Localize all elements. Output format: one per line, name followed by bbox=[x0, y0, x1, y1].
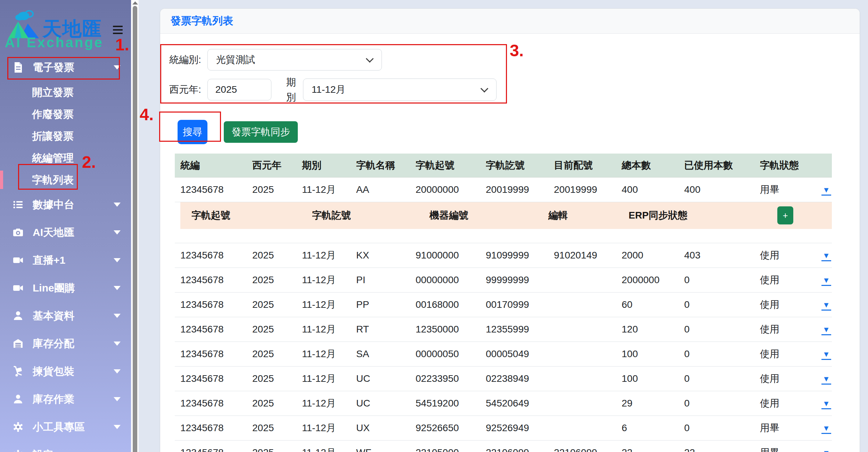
person-icon bbox=[13, 310, 25, 322]
add-machine-button[interactable]: + bbox=[777, 206, 793, 224]
chevron-down-icon bbox=[114, 286, 121, 290]
sidebar-item-void-invoice[interactable]: 作廢發票 bbox=[0, 103, 131, 125]
cell-expand: ▼ bbox=[815, 268, 832, 292]
expand-row-button[interactable]: ▼ bbox=[821, 301, 831, 311]
sidebar-scrollbar[interactable] bbox=[131, 0, 139, 452]
cell-uid: 12345678 bbox=[175, 440, 247, 452]
cell-period: 11-12月 bbox=[296, 177, 351, 202]
cell-uid: 12345678 bbox=[175, 292, 247, 317]
sidebar-item-basic-data[interactable]: 基本資料 bbox=[0, 302, 131, 330]
col-header-uid: 統編 bbox=[175, 154, 247, 178]
cell-total-books: 2000 bbox=[616, 243, 679, 268]
cell-used-books: 22 bbox=[679, 440, 754, 452]
cell-start-no: 02233950 bbox=[410, 366, 480, 391]
expand-row-button[interactable]: ▼ bbox=[821, 326, 831, 335]
cell-track-name: RT bbox=[351, 317, 410, 342]
cell-expand: ▼ bbox=[815, 177, 832, 202]
cell-total-books: 29 bbox=[616, 391, 679, 416]
tax-id-select[interactable]: 光貿測試 bbox=[207, 49, 382, 71]
video-camera-icon bbox=[13, 282, 25, 294]
sidebar-item-picking-packing[interactable]: 揀貨包裝 bbox=[0, 358, 131, 385]
expand-row-button[interactable]: ▼ bbox=[821, 252, 831, 261]
cell-current-no: 91020149 bbox=[548, 243, 616, 268]
col-header-start-no: 字軌起號 bbox=[410, 154, 480, 178]
content-card: 發票字軌列表 統編別: 光貿測試 西元年: 期 別 bbox=[160, 8, 860, 452]
cell-start-no: 00000050 bbox=[410, 342, 480, 366]
cell-start-no: 91000000 bbox=[410, 243, 480, 268]
chevron-down-icon bbox=[366, 55, 374, 63]
cell-used-books: 0 bbox=[679, 292, 754, 317]
cell-year: 2025 bbox=[247, 268, 296, 292]
sidebar-item-label: 基本資料 bbox=[33, 309, 74, 323]
cell-year: 2025 bbox=[247, 391, 296, 416]
expand-row-button[interactable]: ▼ bbox=[821, 277, 831, 286]
cell-end-no: 02238949 bbox=[480, 366, 548, 391]
period-selected-value: 11-12月 bbox=[312, 83, 346, 96]
cell-used-books: 0 bbox=[679, 391, 754, 416]
cell-current-no: 20019999 bbox=[548, 177, 616, 202]
cell-year: 2025 bbox=[247, 416, 296, 440]
cell-track-name: WF bbox=[351, 440, 410, 452]
cell-current-no bbox=[548, 366, 616, 391]
sidebar-item-tools[interactable]: 小工具專區 bbox=[0, 413, 131, 441]
sidebar-item-inventory-allocation[interactable]: 庫存分配 bbox=[0, 330, 131, 358]
sidebar-item-e-invoice[interactable]: 電子發票 bbox=[0, 54, 131, 81]
year-input[interactable] bbox=[207, 79, 271, 100]
table-row: 12345678 2025 11-12月 SA 00000050 0000504… bbox=[175, 342, 832, 366]
sidebar-item-create-invoice[interactable]: 開立發票 bbox=[0, 81, 131, 103]
cell-end-no: 12355999 bbox=[480, 317, 548, 342]
sidebar-item-taxid-management[interactable]: 統編管理 bbox=[0, 147, 131, 169]
video-camera-icon bbox=[13, 254, 25, 266]
cell-expand: ▼ bbox=[815, 342, 832, 366]
cell-uid: 12345678 bbox=[175, 416, 247, 440]
cell-track-name: UX bbox=[351, 416, 410, 440]
camera-icon bbox=[13, 227, 25, 238]
subcol-machine-no: 機器編號 bbox=[418, 209, 537, 222]
scrollbar-up-arrow-icon[interactable] bbox=[132, 1, 138, 5]
invoice-track-sync-button[interactable]: 發票字軌同步 bbox=[224, 121, 298, 143]
chevron-down-icon bbox=[114, 65, 121, 69]
chevron-down-icon bbox=[114, 258, 121, 262]
search-button[interactable]: 搜尋 bbox=[178, 120, 207, 144]
sidebar-item-data-platform[interactable]: 數據中台 bbox=[0, 191, 131, 219]
sidebar-item-line-groupbuy[interactable]: Line團購 bbox=[0, 274, 131, 302]
cell-year: 2025 bbox=[247, 440, 296, 452]
cell-end-no: 99999999 bbox=[480, 268, 548, 292]
cell-track-name: UC bbox=[351, 366, 410, 391]
cell-current-no: 22106099 bbox=[548, 440, 616, 452]
sidebar-item-inventory-operations[interactable]: 庫存作業 bbox=[0, 385, 131, 413]
invoice-table-body: 12345678 2025 11-12月 AA 20000000 2001999… bbox=[175, 177, 832, 452]
action-buttons: 搜尋 發票字軌同步 bbox=[178, 120, 860, 144]
cell-expand: ▼ bbox=[815, 440, 832, 452]
expand-row-button[interactable]: ▼ bbox=[821, 351, 831, 360]
hamburger-menu-icon[interactable] bbox=[113, 26, 123, 36]
cell-status: 用畢 bbox=[754, 440, 815, 452]
table-row: 12345678 2025 11-12月 RT 12350000 1235599… bbox=[175, 317, 832, 342]
col-header-end-no: 字軌訖號 bbox=[480, 154, 548, 178]
sidebar-item-track-list[interactable]: 字軌列表 bbox=[0, 169, 131, 191]
tax-id-label: 統編別: bbox=[169, 53, 201, 66]
sidebar-item-settings[interactable]: 設定 bbox=[0, 441, 131, 452]
cell-uid: 12345678 bbox=[175, 342, 247, 366]
chevron-down-icon bbox=[114, 314, 121, 318]
cell-expand: ▼ bbox=[815, 391, 832, 416]
expand-row-button[interactable]: ▼ bbox=[821, 425, 831, 434]
expand-row-button[interactable]: ▼ bbox=[821, 186, 831, 196]
cell-track-name: PI bbox=[351, 268, 410, 292]
cell-status: 使用 bbox=[754, 292, 815, 317]
expand-row-button[interactable]: ▼ bbox=[821, 400, 831, 409]
sidebar-item-allowance-invoice[interactable]: 折讓發票 bbox=[0, 125, 131, 147]
cell-period: 11-12月 bbox=[296, 292, 351, 317]
sidebar-item-live-stream[interactable]: 直播+1 bbox=[0, 246, 131, 274]
scrollbar-thumb[interactable] bbox=[133, 6, 137, 452]
sidebar-item-ai-exchange[interactable]: AI天地匯 bbox=[0, 219, 131, 246]
expand-row-button[interactable]: ▼ bbox=[821, 375, 831, 385]
expand-row-button[interactable]: ▼ bbox=[821, 449, 831, 452]
period-select[interactable]: 11-12月 bbox=[303, 79, 497, 101]
cell-total-books: 6 bbox=[616, 416, 679, 440]
cell-period: 11-12月 bbox=[296, 440, 351, 452]
cell-period: 11-12月 bbox=[296, 317, 351, 342]
cell-current-no bbox=[548, 317, 616, 342]
main-area: 發票字軌列表 統編別: 光貿測試 西元年: 期 別 bbox=[138, 0, 868, 452]
gear-icon bbox=[13, 421, 25, 433]
